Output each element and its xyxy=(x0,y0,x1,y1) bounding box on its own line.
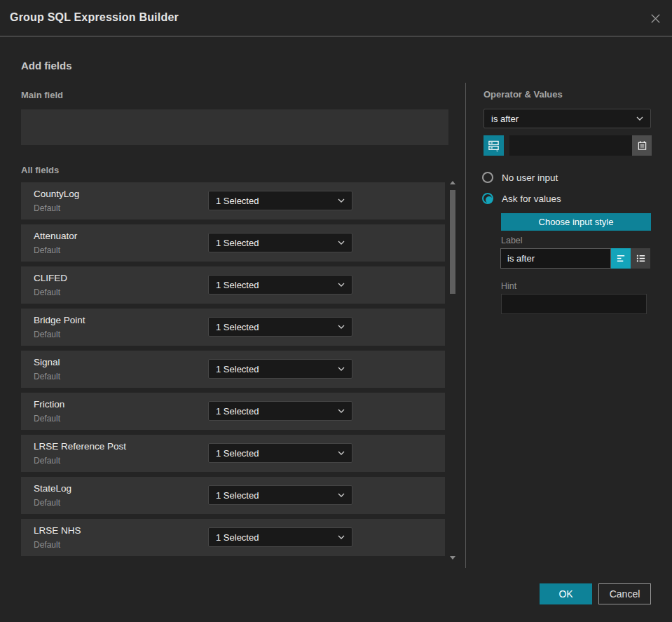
dialog-title: Group SQL Expression Builder xyxy=(10,11,179,24)
field-row: Friction Default 1 Selected xyxy=(21,393,445,430)
fields-list-scrollbar[interactable] xyxy=(449,180,456,561)
field-name: Bridge Point xyxy=(34,315,85,325)
field-name: StateLog xyxy=(34,483,71,494)
close-button[interactable] xyxy=(647,11,663,26)
field-row: Attenuator Default 1 Selected xyxy=(21,224,445,262)
field-selected-value: 1 Selected xyxy=(216,238,259,248)
field-selected-value: 1 Selected xyxy=(216,532,259,543)
field-selected-value: 1 Selected xyxy=(216,322,259,332)
hint-field-label: Hint xyxy=(501,281,516,291)
field-name: CountyLog xyxy=(34,189,79,199)
field-subtitle: Default xyxy=(34,540,60,550)
field-row: StateLog Default 1 Selected xyxy=(21,477,445,514)
operator-values-heading: Operator & Values xyxy=(484,89,563,100)
chevron-down-icon xyxy=(338,451,345,455)
field-row: CountyLog Default 1 Selected xyxy=(21,182,445,219)
field-selected-dropdown[interactable]: 1 Selected xyxy=(208,359,352,379)
field-selected-dropdown[interactable]: 1 Selected xyxy=(208,485,352,505)
field-selected-value: 1 Selected xyxy=(216,448,259,459)
field-subtitle: Default xyxy=(34,456,60,466)
field-name: LRSE Reference Post xyxy=(34,441,126,452)
chevron-down-icon xyxy=(338,493,345,497)
main-field-label: Main field xyxy=(21,90,63,100)
calendar-icon xyxy=(637,140,647,151)
main-field-strip: CountyLog | Default To Date xyxy=(21,109,448,145)
field-name: Signal xyxy=(34,357,60,367)
ask-for-values-radio[interactable]: Ask for values xyxy=(482,193,561,204)
value-input[interactable] xyxy=(509,135,632,156)
no-user-input-radio[interactable]: No user input xyxy=(482,172,558,183)
chevron-down-icon xyxy=(338,283,345,287)
field-selected-dropdown[interactable]: 1 Selected xyxy=(208,401,352,421)
close-icon xyxy=(649,12,662,25)
bullet-list-icon xyxy=(636,253,646,264)
align-left-icon xyxy=(616,253,626,264)
field-name: Attenuator xyxy=(34,231,77,241)
chevron-down-icon xyxy=(338,241,345,245)
field-row: LRSE Reference Post Default 1 Selected xyxy=(21,435,445,472)
dialog-header: Group SQL Expression Builder xyxy=(0,0,672,36)
field-subtitle: Default xyxy=(34,203,60,213)
ok-button[interactable]: OK xyxy=(540,583,592,604)
field-name: Friction xyxy=(34,399,64,410)
field-subtitle: Default xyxy=(34,372,60,381)
list-input-toggle[interactable] xyxy=(631,248,650,269)
scroll-down-button[interactable] xyxy=(450,556,455,560)
scroll-up-button[interactable] xyxy=(450,181,455,184)
all-fields-list: CountyLog Default 1 Selected Attenuator … xyxy=(21,182,445,561)
field-selected-value: 1 Selected xyxy=(216,280,259,290)
field-selected-dropdown[interactable]: 1 Selected xyxy=(208,317,352,337)
field-selected-value: 1 Selected xyxy=(216,490,259,501)
select-values-from-list-button[interactable] xyxy=(484,135,504,156)
no-user-input-label: No user input xyxy=(502,173,558,183)
chevron-down-icon xyxy=(338,325,345,329)
field-subtitle: Default xyxy=(34,330,60,339)
chevron-down-icon xyxy=(338,367,345,371)
single-line-input-toggle[interactable] xyxy=(611,248,631,269)
field-selected-dropdown[interactable]: 1 Selected xyxy=(208,527,352,547)
label-field-label: Label xyxy=(501,236,523,245)
date-picker-button[interactable] xyxy=(632,135,652,156)
field-selected-dropdown[interactable]: 1 Selected xyxy=(208,275,352,295)
field-row: Signal Default 1 Selected xyxy=(21,351,445,388)
group-sql-expression-builder-dialog: Group SQL Expression Builder Add fields … xyxy=(0,0,672,622)
operator-dropdown[interactable]: is after xyxy=(484,109,651,128)
field-selected-value: 1 Selected xyxy=(216,406,259,417)
ask-for-values-label: Ask for values xyxy=(502,194,561,204)
field-name: CLIFED xyxy=(34,273,67,283)
chevron-down-icon xyxy=(636,116,643,121)
add-fields-heading: Add fields xyxy=(21,60,72,72)
field-selected-value: 1 Selected xyxy=(216,196,259,206)
field-selected-dropdown[interactable]: 1 Selected xyxy=(208,443,352,463)
operator-dropdown-value: is after xyxy=(491,114,519,124)
field-row: Bridge Point Default 1 Selected xyxy=(21,309,445,346)
radio-checked-icon xyxy=(482,193,493,204)
cancel-button[interactable]: Cancel xyxy=(598,583,651,604)
field-selected-dropdown[interactable]: 1 Selected xyxy=(208,233,352,252)
field-subtitle: Default xyxy=(34,288,60,297)
chevron-down-icon xyxy=(338,409,345,413)
chevron-down-icon xyxy=(338,535,345,539)
choose-input-style-button[interactable]: Choose input style xyxy=(501,213,651,231)
vertical-divider xyxy=(465,83,466,568)
label-input[interactable] xyxy=(500,248,611,269)
field-selected-dropdown[interactable]: 1 Selected xyxy=(208,191,352,210)
field-row: CLIFED Default 1 Selected xyxy=(21,266,445,304)
field-selected-value: 1 Selected xyxy=(216,364,259,374)
chevron-down-icon xyxy=(338,198,345,203)
field-subtitle: Default xyxy=(34,498,60,508)
field-name: LRSE NHS xyxy=(34,525,81,536)
scrollbar-thumb[interactable] xyxy=(450,190,455,294)
hint-input[interactable] xyxy=(501,294,647,314)
radio-unchecked-icon xyxy=(482,172,493,183)
all-fields-label: All fields xyxy=(21,165,59,175)
field-subtitle: Default xyxy=(34,245,60,255)
field-subtitle: Default xyxy=(34,414,60,424)
list-values-icon xyxy=(488,140,500,151)
field-row: LRSE NHS Default 1 Selected xyxy=(21,519,445,556)
